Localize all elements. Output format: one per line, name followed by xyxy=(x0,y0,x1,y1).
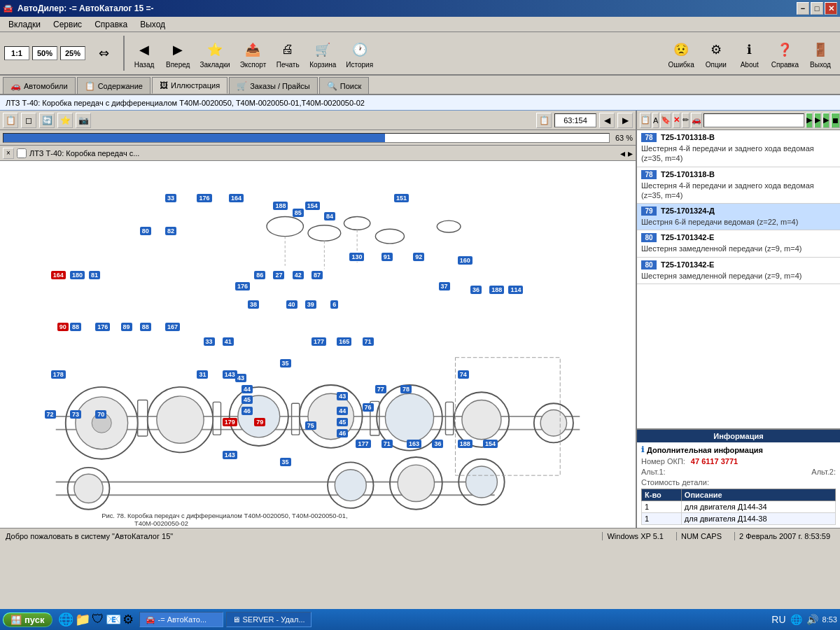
part-label-143[interactable]: 143 xyxy=(223,451,237,459)
part-label-86[interactable]: 86 xyxy=(254,271,265,279)
part-label-177[interactable]: 177 xyxy=(312,337,326,346)
part-label-164[interactable]: 164 xyxy=(51,271,66,279)
part-label-154[interactable]: 154 xyxy=(483,440,498,448)
part-label-70[interactable]: 70 xyxy=(95,410,106,419)
search-go-btn2[interactable]: ▶ xyxy=(814,113,821,128)
part-label-167[interactable]: 167 xyxy=(165,323,180,331)
part-item-selected[interactable]: 79 Т25-1701324-Д Шестрня 6-й передачи ве… xyxy=(637,204,840,230)
part-label-71[interactable]: 71 xyxy=(363,337,374,346)
print-button[interactable]: 🖨 Печать xyxy=(272,36,303,71)
forward-button[interactable]: ▶ Вперед xyxy=(162,36,193,71)
illus-counter[interactable]: 63:154 xyxy=(554,113,596,127)
part-label-36[interactable]: 36 xyxy=(432,440,443,448)
part-label-92[interactable]: 92 xyxy=(413,253,424,261)
menu-servis[interactable]: Сервис xyxy=(48,18,88,31)
part-item[interactable]: 78 Т25-1701318-В Шестерня 4-й передачи и… xyxy=(637,130,840,167)
about-button[interactable]: ℹ About xyxy=(734,36,765,71)
illus-nav-right[interactable]: ▶ xyxy=(617,113,633,128)
illustration-area[interactable]: Рис. 78. Коробка передач с дифференциало… xyxy=(0,161,636,528)
search-go-btn4[interactable]: ⏹ xyxy=(831,113,840,128)
part-label-31[interactable]: 31 xyxy=(197,370,208,379)
part-label-33[interactable]: 33 xyxy=(204,337,215,346)
part-label-41[interactable]: 41 xyxy=(223,337,234,346)
part-label-160[interactable]: 160 xyxy=(458,256,472,265)
part-label-177[interactable]: 177 xyxy=(356,440,370,448)
taskbar-autodiler[interactable]: 🚘 -= АвтоКато... xyxy=(139,612,223,627)
illus-nav-left[interactable]: ◀ xyxy=(599,113,615,128)
right-btn-5[interactable]: 🚗 xyxy=(691,113,702,128)
right-btn-1[interactable]: 📋 xyxy=(640,113,651,128)
part-label-44[interactable]: 44 xyxy=(241,385,253,393)
part-label-43[interactable]: 43 xyxy=(235,374,246,382)
zoom-50[interactable]: 50% xyxy=(32,46,57,60)
part-label-82[interactable]: 82 xyxy=(165,227,176,235)
part-item[interactable]: 78 Т25-1701318-В Шестерня 4-й передачи и… xyxy=(637,167,840,204)
part-label-114[interactable]: 114 xyxy=(508,286,523,294)
part-label-130[interactable]: 130 xyxy=(349,253,364,261)
part-label-46[interactable]: 46 xyxy=(337,429,348,438)
part-label-89[interactable]: 89 xyxy=(121,323,132,331)
part-label-74[interactable]: 74 xyxy=(458,370,469,379)
start-button[interactable]: 🪟 пуск xyxy=(3,612,52,627)
part-label-35[interactable]: 35 xyxy=(280,359,291,368)
illus-copy-btn[interactable]: 📋 xyxy=(536,113,552,128)
tab-search[interactable]: 🔍 Поиск xyxy=(319,77,369,94)
minimize-button[interactable]: − xyxy=(797,2,809,15)
history-button[interactable]: 🕐 История xyxy=(342,36,377,71)
menu-vkladki[interactable]: Вкладки xyxy=(3,18,46,31)
right-btn-del[interactable]: ✕ xyxy=(673,113,680,128)
right-btn-4[interactable]: ✏ xyxy=(682,113,690,128)
back-button[interactable]: ◀ Назад xyxy=(129,36,160,71)
part-label-84[interactable]: 84 xyxy=(324,212,335,220)
part-label-6[interactable]: 6 xyxy=(330,300,338,309)
lang-indicator[interactable]: RU xyxy=(771,614,785,625)
bookmarks-button[interactable]: ⭐ Закладки xyxy=(196,36,233,71)
part-item[interactable]: 80 Т25-1701342-Е Шестерня замедленной пе… xyxy=(637,258,840,284)
help-button[interactable]: ❓ Справка xyxy=(768,36,802,71)
exit-button[interactable]: 🚪 Выход xyxy=(805,36,836,71)
resize-btn[interactable]: ⇔ xyxy=(88,40,119,66)
part-label-78[interactable]: 78 xyxy=(400,385,412,393)
ql-icon-5[interactable]: ⚙ xyxy=(122,612,134,627)
illus-btn-1[interactable]: 📋 xyxy=(3,113,18,128)
part-item[interactable]: 80 Т25-1701342-Е Шестерня замедленной пе… xyxy=(637,230,840,257)
part-label-188[interactable]: 188 xyxy=(489,286,504,294)
part-label-188[interactable]: 188 xyxy=(273,202,288,210)
part-label-73[interactable]: 73 xyxy=(70,410,81,419)
part-label-165[interactable]: 165 xyxy=(337,337,351,346)
part-label-178[interactable]: 178 xyxy=(51,370,66,379)
right-btn-3[interactable]: 🔖 xyxy=(660,113,671,128)
part-label-176[interactable]: 176 xyxy=(235,282,250,290)
tab-illustration[interactable]: 🖼 Иллюстрация xyxy=(152,77,227,94)
part-label-76[interactable]: 76 xyxy=(363,403,374,412)
part-label-154[interactable]: 154 xyxy=(305,202,320,210)
part-label-88[interactable]: 88 xyxy=(140,323,151,331)
part-label-44[interactable]: 44 xyxy=(337,407,348,415)
part-label-43[interactable]: 43 xyxy=(337,392,348,400)
part-label-72[interactable]: 72 xyxy=(45,410,56,419)
part-label-188[interactable]: 188 xyxy=(458,440,472,448)
part-label-42[interactable]: 42 xyxy=(293,271,304,279)
tab-close-btn[interactable]: × xyxy=(3,148,14,159)
illus-btn-4[interactable]: ⭐ xyxy=(57,113,73,128)
part-label-27[interactable]: 27 xyxy=(273,271,284,279)
part-label-38[interactable]: 38 xyxy=(248,300,259,309)
tab-content[interactable]: 📋 Содержание xyxy=(77,77,150,94)
ql-icon-1[interactable]: 🌐 xyxy=(58,612,74,627)
illus-btn-3[interactable]: 🔄 xyxy=(39,113,55,128)
part-label-164[interactable]: 164 xyxy=(229,194,244,202)
part-label-91[interactable]: 91 xyxy=(382,253,393,261)
part-label-39[interactable]: 39 xyxy=(305,300,316,309)
tab-checkbox[interactable] xyxy=(17,148,27,158)
part-label-176[interactable]: 176 xyxy=(197,194,211,202)
part-label-71[interactable]: 71 xyxy=(382,440,393,448)
part-label-37[interactable]: 37 xyxy=(439,282,450,290)
nav-arrow-left[interactable]: ◂ xyxy=(620,148,625,159)
part-label-151[interactable]: 151 xyxy=(394,194,409,202)
right-search-input[interactable] xyxy=(704,113,804,127)
tab-avtomobili[interactable]: 🚗 Автомобили xyxy=(3,77,76,94)
menu-spravka[interactable]: Справка xyxy=(89,18,133,31)
part-label-75[interactable]: 75 xyxy=(305,421,316,430)
part-label-90[interactable]: 90 xyxy=(57,323,69,331)
part-label-40[interactable]: 40 xyxy=(286,300,298,309)
